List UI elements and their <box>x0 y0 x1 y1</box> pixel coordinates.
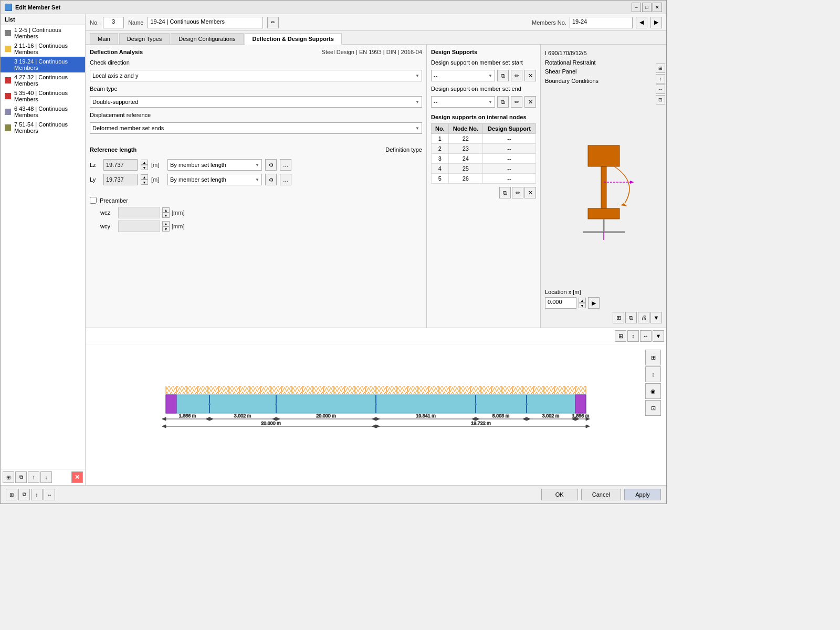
tab-design-config[interactable]: Design Configurations <box>171 33 243 44</box>
wcz-input[interactable] <box>118 207 160 218</box>
view-more-button[interactable]: ▼ <box>650 312 662 323</box>
view-copy-button[interactable]: ⧉ <box>625 312 637 323</box>
lz-spin-up[interactable]: ▲ <box>141 160 148 165</box>
ds-row-4-node: 25 <box>448 164 482 174</box>
ds-start-edit-button[interactable]: ✏ <box>511 70 522 81</box>
ds-table-edit-button[interactable]: ✏ <box>512 187 523 198</box>
ds-table-copy-button[interactable]: ⧉ <box>499 187 511 198</box>
config-panel: Deflection Analysis Steel Design | EN 19… <box>86 45 427 328</box>
list-up-button[interactable]: ↑ <box>28 471 39 483</box>
maximize-button[interactable]: □ <box>642 3 652 12</box>
ds-end-edit-button[interactable]: ✏ <box>511 96 522 108</box>
list-panel: List 1 2-5 | Continuous Members 2 11-16 … <box>1 14 86 485</box>
svg-marker-7 <box>621 203 627 206</box>
ds-start-copy-button[interactable]: ⧉ <box>497 70 509 81</box>
beam-view-btn-2[interactable]: ↕ <box>645 366 661 382</box>
beam-toolbar-btn-4[interactable]: ▼ <box>653 330 664 342</box>
wcy-label: wcy <box>100 223 116 229</box>
window-title: Edit Member Set <box>15 4 60 10</box>
ds-end-copy-button[interactable]: ⧉ <box>497 96 509 108</box>
ly-more-button[interactable]: ⚙ <box>265 174 277 185</box>
beam-view-btn-1[interactable]: ⊞ <box>645 350 661 365</box>
list-item[interactable]: 6 43-48 | Continuous Members <box>1 104 85 120</box>
check-direction-row: Check direction <box>90 59 422 66</box>
ds-start-dropdown[interactable]: -- ▼ <box>431 70 495 81</box>
location-spin-down[interactable]: ▼ <box>579 303 586 308</box>
wcz-spin-up[interactable]: ▲ <box>162 207 170 213</box>
view-print-button[interactable]: 🖨 <box>638 312 649 323</box>
table-row: 4 25 -- <box>432 164 536 174</box>
ds-table-delete-button[interactable]: ✕ <box>524 187 536 198</box>
footer-toolbar-btn-3[interactable]: ↕ <box>31 489 43 500</box>
name-field[interactable]: 19-24 | Continuous Members <box>148 17 263 28</box>
right-toolbar-btn-2[interactable]: ↕ <box>656 74 665 83</box>
list-item[interactable]: 7 51-54 | Continuous Members <box>1 120 85 135</box>
beam-view-btn-3[interactable]: ◉ <box>645 383 661 399</box>
members-no-input[interactable]: 19-24 <box>570 17 633 28</box>
beam-toolbar-btn-1[interactable]: ⊞ <box>615 330 626 342</box>
list-copy-button[interactable]: ⧉ <box>15 471 27 483</box>
members-nav-prev-button[interactable]: ◀ <box>636 17 647 28</box>
beam-type-dropdown[interactable]: Double-supported ▼ <box>90 96 422 108</box>
location-input[interactable]: 0.000 <box>545 297 576 309</box>
ly-spin-up[interactable]: ▲ <box>141 174 148 180</box>
tab-design-types[interactable]: Design Types <box>119 33 170 44</box>
cancel-button[interactable]: Cancel <box>581 489 621 500</box>
footer-toolbar-btn-2[interactable]: ⧉ <box>18 489 30 500</box>
list-item[interactable]: 4 27-32 | Continuous Members <box>1 72 85 88</box>
apply-button[interactable]: Apply <box>624 489 661 500</box>
ds-end-delete-button[interactable]: ✕ <box>524 96 536 108</box>
list-down-button[interactable]: ↓ <box>40 471 52 483</box>
footer-toolbar-btn-1[interactable]: ⊞ <box>6 489 17 500</box>
members-nav-next-button[interactable]: ▶ <box>650 17 662 28</box>
lz-input[interactable]: 19.737 <box>103 159 138 171</box>
deflection-standard: Steel Design | EN 1993 | DIN | 2016-04 <box>322 49 422 55</box>
right-toolbar-btn-4[interactable]: ⊡ <box>656 95 665 104</box>
svg-text:3.002 m: 3.002 m <box>542 413 560 418</box>
right-toolbar-btn-3[interactable]: ↔ <box>656 85 665 94</box>
name-edit-button[interactable]: ✏ <box>267 17 279 28</box>
ds-end-dropdown[interactable]: -- ▼ <box>431 96 495 108</box>
tab-deflection[interactable]: Deflection & Design Supports <box>245 33 342 45</box>
list-item[interactable]: 2 11-16 | Continuous Members <box>1 41 85 57</box>
svg-point-62 <box>275 403 277 405</box>
list-item[interactable]: 1 2-5 | Continuous Members <box>1 25 85 41</box>
lz-def-type-dropdown[interactable]: By member set length ▼ <box>167 159 262 171</box>
precamber-checkbox[interactable] <box>90 197 97 204</box>
wcy-input[interactable] <box>118 220 160 232</box>
lz-extra-button[interactable]: … <box>280 159 291 171</box>
footer-toolbar-btn-4[interactable]: ↔ <box>44 489 55 500</box>
list-item-selected[interactable]: 3 19-24 | Continuous Members <box>1 57 85 72</box>
no-field[interactable]: 3 <box>103 17 124 28</box>
deflection-title: Deflection Analysis <box>90 49 143 55</box>
lz-spin-down[interactable]: ▼ <box>141 165 148 170</box>
check-direction-dropdown[interactable]: Local axis z and y ▼ <box>90 70 422 81</box>
beam-toolbar-btn-2[interactable]: ↕ <box>627 330 639 342</box>
wcz-spin-down[interactable]: ▼ <box>162 213 170 218</box>
ly-input[interactable]: 19.737 <box>103 174 138 185</box>
beam-view-btn-4[interactable]: ⊡ <box>645 400 661 416</box>
tabs-bar: Main Design Types Design Configurations … <box>86 31 666 45</box>
right-toolbar-btn-1[interactable]: ⊞ <box>656 64 665 73</box>
list-add-button[interactable]: ⊞ <box>3 471 14 483</box>
edit-member-set-window: Edit Member Set – □ ✕ List 1 2-5 | Conti… <box>0 0 667 504</box>
displacement-ref-dropdown[interactable]: Deformed member set ends ▼ <box>90 122 422 134</box>
wcy-spin-down[interactable]: ▼ <box>162 226 170 232</box>
ok-button[interactable]: OK <box>541 489 578 500</box>
list-delete-button[interactable]: ✕ <box>71 471 83 483</box>
ly-extra-button[interactable]: … <box>280 174 291 185</box>
beam-toolbar-btn-3[interactable]: ↔ <box>640 330 652 342</box>
list-item-label-7: 7 51-54 | Continuous Members <box>14 121 81 134</box>
ds-start-delete-button[interactable]: ✕ <box>524 70 536 81</box>
list-item[interactable]: 5 35-40 | Continuous Members <box>1 88 85 104</box>
ly-def-type-dropdown[interactable]: By member set length ▼ <box>167 174 262 185</box>
lz-more-button[interactable]: ⚙ <box>265 159 277 171</box>
close-button[interactable]: ✕ <box>653 3 662 12</box>
minimize-button[interactable]: – <box>632 3 641 12</box>
ly-spin-down[interactable]: ▼ <box>141 180 148 185</box>
location-spin-up[interactable]: ▲ <box>579 298 586 303</box>
wcy-spin-up[interactable]: ▲ <box>162 221 170 226</box>
location-next-button[interactable]: ▶ <box>588 297 600 309</box>
view-fit-button[interactable]: ⊞ <box>613 312 624 323</box>
tab-main[interactable]: Main <box>90 33 118 44</box>
